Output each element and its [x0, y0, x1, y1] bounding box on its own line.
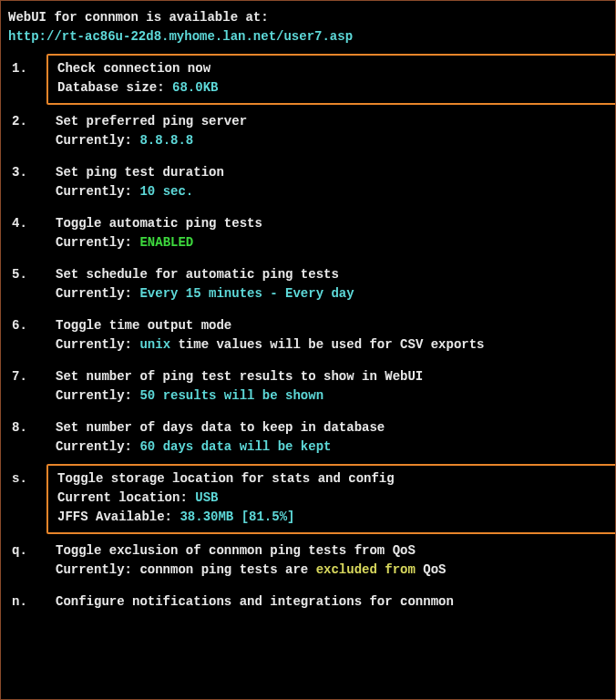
menu-status: Currently: Every 15 minutes - Every day: [56, 284, 608, 304]
menu-status: Currently: 8.8.8.8: [56, 131, 608, 150]
menu-value: ENABLED: [139, 235, 193, 250]
menu-content: Set number of days data to keep in datab…: [56, 418, 608, 457]
menu-number: n.: [8, 592, 56, 612]
menu-title: Toggle exclusion of connmon ping tests f…: [56, 541, 608, 561]
menu-number: q.: [8, 541, 56, 561]
menu-value: 60 days data will be kept: [139, 439, 331, 454]
menu-value: USB: [195, 490, 218, 505]
menu-status: Currently: 60 days data will be kept: [56, 438, 608, 457]
menu-content: Toggle exclusion of connmon ping tests f…: [56, 541, 608, 580]
menu-content: Toggle storage location for stats and co…: [56, 469, 608, 529]
menu-item-8[interactable]: 8.Set number of days data to keep in dat…: [8, 418, 608, 457]
menu-number: 7.: [8, 367, 56, 386]
menu-content: Set preferred ping serverCurrently: 8.8.…: [56, 112, 608, 150]
menu-item-s[interactable]: s.Toggle storage location for stats and …: [8, 469, 608, 529]
menu-status: Currently: unix time values will be used…: [56, 335, 608, 355]
menu-item-2[interactable]: 2.Set preferred ping serverCurrently: 8.…: [8, 112, 608, 150]
menu-item-5[interactable]: 5.Set schedule for automatic ping testsC…: [8, 265, 608, 304]
menu-number: 2.: [8, 112, 56, 131]
menu-status: Database size: 68.0KB: [57, 78, 606, 98]
menu-content: Configure notifications and integrations…: [56, 592, 608, 612]
menu-status: Currently: connmon ping tests are exclud…: [56, 561, 608, 580]
menu-value: Every 15 minutes - Every day: [139, 286, 354, 301]
menu-item-3[interactable]: 3.Set ping test durationCurrently: 10 se…: [8, 163, 608, 201]
highlight-box: Check connection nowDatabase size: 68.0K…: [46, 54, 616, 105]
menu-number: 5.: [8, 265, 56, 284]
menu-status-b: JFFS Available: 38.30MB [81.5%]: [57, 508, 606, 527]
menu-item-n[interactable]: n.Configure notifications and integratio…: [8, 592, 608, 612]
menu-content: Toggle automatic ping testsCurrently: EN…: [56, 214, 608, 252]
menu-number: 3.: [8, 163, 56, 182]
menu-item-7[interactable]: 7.Set number of ping test results to sho…: [8, 367, 608, 406]
header-intro: WebUI for connmon is available at:: [8, 10, 269, 25]
menu-title: Set preferred ping server: [56, 112, 608, 131]
menu-value: unix: [139, 337, 170, 352]
menu-item-q[interactable]: q.Toggle exclusion of connmon ping tests…: [8, 541, 608, 580]
menu-number: 8.: [8, 418, 56, 438]
menu-content: Set schedule for automatic ping testsCur…: [56, 265, 608, 304]
menu-title: Toggle time output mode: [56, 316, 608, 335]
menu-value: 8.8.8.8: [139, 133, 193, 148]
menu-content: Set ping test durationCurrently: 10 sec.: [56, 163, 608, 201]
menu-status-a: Current location: USB: [57, 489, 606, 508]
menu-title: Set number of days data to keep in datab…: [56, 418, 608, 438]
menu-title: Configure notifications and integrations…: [56, 592, 608, 612]
menu-title: Set ping test duration: [56, 163, 608, 182]
menu-title: Set schedule for automatic ping tests: [56, 265, 608, 284]
menu-number: 6.: [8, 316, 56, 335]
menu-content: Set number of ping test results to show …: [56, 367, 608, 406]
highlight-box: Toggle storage location for stats and co…: [46, 464, 616, 534]
menu-value: 50 results will be shown: [139, 388, 323, 403]
webui-header: WebUI for connmon is available at: http:…: [8, 8, 608, 46]
menu-value: excluded from: [316, 562, 416, 577]
menu-value: 38.30MB [81.5%]: [180, 510, 294, 524]
menu-item-1[interactable]: 1.Check connection nowDatabase size: 68.…: [8, 59, 608, 99]
menu-status: Currently: 50 results will be shown: [56, 386, 608, 406]
menu-content: Toggle time output modeCurrently: unix t…: [56, 316, 608, 355]
menu-title: Toggle storage location for stats and co…: [57, 469, 606, 489]
menu-item-4[interactable]: 4.Toggle automatic ping testsCurrently: …: [8, 214, 608, 252]
menu-status: Currently: 10 sec.: [56, 182, 608, 201]
menu-value: 68.0KB: [172, 80, 218, 95]
menu-item-6[interactable]: 6.Toggle time output modeCurrently: unix…: [8, 316, 608, 355]
menu-title: Check connection now: [57, 59, 606, 78]
menu-title: Set number of ping test results to show …: [56, 367, 608, 386]
header-url: http://rt-ac86u-22d8.myhome.lan.net/user…: [8, 29, 353, 44]
menu-value: 10 sec.: [139, 184, 193, 199]
menu-title: Toggle automatic ping tests: [56, 214, 608, 233]
menu-content: Check connection nowDatabase size: 68.0K…: [56, 59, 608, 99]
menu-status: Currently: ENABLED: [56, 233, 608, 252]
menu-number: 4.: [8, 214, 56, 233]
